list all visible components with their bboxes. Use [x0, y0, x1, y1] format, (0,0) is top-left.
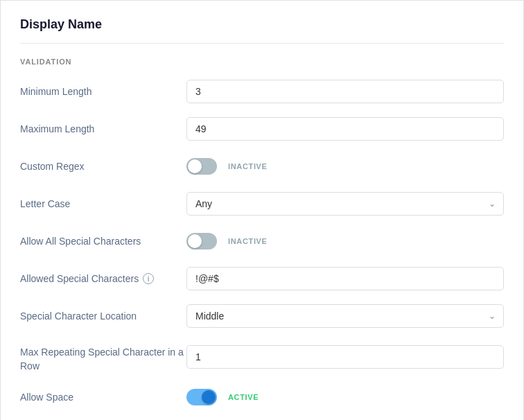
allow-space-toggle[interactable]	[186, 389, 217, 405]
minimum-length-row: Minimum Length	[20, 78, 504, 105]
custom-regex-thumb	[188, 159, 202, 173]
max-repeating-row: Max Repeating Special Character in a Row	[20, 340, 504, 373]
custom-regex-status: INACTIVE	[224, 161, 272, 172]
special-char-location-select-wrapper: Middle Start End Any ⌄	[186, 304, 504, 328]
letter-case-select-wrapper: Any Uppercase Lowercase Mixed ⌄	[186, 192, 504, 216]
allowed-special-chars-input[interactable]	[186, 267, 504, 290]
max-repeating-input[interactable]	[186, 345, 504, 369]
main-container: Display Name VALIDATION Minimum Length M…	[0, 0, 524, 420]
allow-space-status: ACTIVE	[224, 392, 263, 403]
validation-section-label: VALIDATION	[20, 58, 504, 66]
allowed-special-chars-info-icon[interactable]: i	[143, 273, 154, 284]
letter-case-row: Letter Case Any Uppercase Lowercase Mixe…	[20, 191, 504, 217]
max-repeating-control	[186, 345, 504, 369]
maximum-length-row: Maximum Length	[20, 116, 504, 142]
allowed-special-chars-label: Allowed Special Characters i	[20, 273, 186, 284]
maximum-length-input[interactable]	[186, 117, 504, 141]
allow-space-control: ACTIVE	[186, 389, 504, 405]
allow-all-special-status: INACTIVE	[224, 236, 272, 247]
special-char-location-row: Special Character Location Middle Start …	[20, 303, 504, 329]
allowed-special-chars-row: Allowed Special Characters i	[20, 265, 504, 292]
maximum-length-control	[186, 117, 504, 141]
letter-case-select[interactable]: Any Uppercase Lowercase Mixed	[186, 192, 504, 216]
allow-all-special-control: INACTIVE	[186, 233, 504, 250]
allow-space-row: Allow Space ACTIVE	[20, 384, 504, 410]
allow-space-label: Allow Space	[20, 392, 186, 403]
letter-case-control: Any Uppercase Lowercase Mixed ⌄	[186, 192, 504, 216]
page-title: Display Name	[20, 17, 504, 44]
allow-all-special-label: Allow All Special Characters	[20, 236, 186, 247]
custom-regex-row: Custom Regex INACTIVE	[20, 153, 504, 180]
minimum-length-label: Minimum Length	[20, 86, 186, 97]
custom-regex-control: INACTIVE	[186, 158, 504, 175]
allow-all-special-thumb	[188, 234, 202, 248]
custom-regex-toggle[interactable]	[186, 158, 217, 175]
allowed-special-chars-control	[186, 267, 504, 290]
minimum-length-control	[186, 80, 504, 103]
max-repeating-label: Max Repeating Special Character in a Row	[20, 340, 186, 373]
allow-all-special-row: Allow All Special Characters INACTIVE	[20, 228, 504, 254]
allow-all-special-toggle[interactable]	[186, 233, 217, 250]
special-char-location-label: Special Character Location	[20, 310, 186, 322]
maximum-length-label: Maximum Length	[20, 123, 186, 134]
special-char-location-control: Middle Start End Any ⌄	[186, 304, 504, 328]
special-char-location-select[interactable]: Middle Start End Any	[186, 304, 504, 328]
letter-case-label: Letter Case	[20, 198, 186, 209]
custom-regex-label: Custom Regex	[20, 161, 186, 172]
minimum-length-input[interactable]	[186, 80, 504, 103]
